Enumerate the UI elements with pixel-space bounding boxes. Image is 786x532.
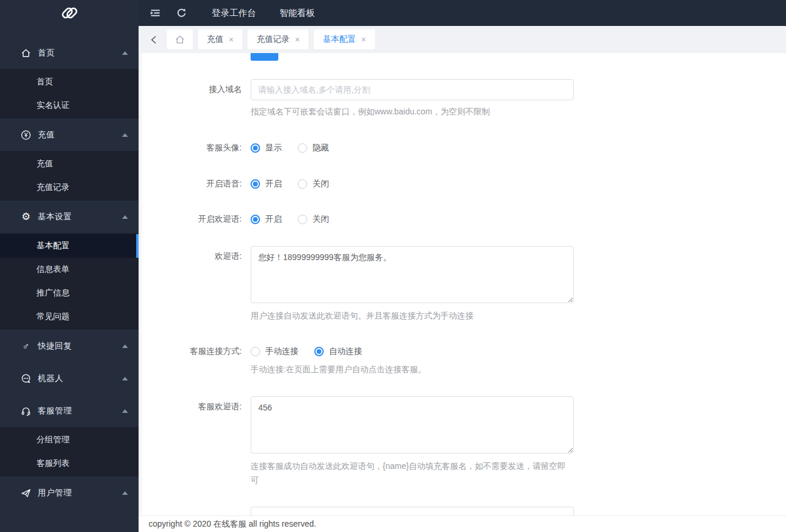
sidebar-item-quick-reply[interactable]: ♂ 快捷回复 bbox=[0, 330, 139, 362]
radio-label: 关闭 bbox=[313, 179, 329, 189]
app-window: 首页 首页 实名认证 ¥ 充值 充值 充值记录 ⚙ bbox=[0, 0, 786, 532]
radio-option-off[interactable]: 关闭 bbox=[298, 214, 329, 225]
chevron-up-icon bbox=[122, 215, 128, 219]
refresh-icon[interactable] bbox=[174, 5, 189, 21]
radio-label: 自动连接 bbox=[329, 346, 362, 357]
radio-label: 显示 bbox=[265, 143, 282, 153]
submenu-recharge: 充值 充值记录 bbox=[0, 151, 139, 201]
chevron-up-icon bbox=[122, 409, 128, 413]
submenu-home: 首页 实名认证 bbox=[0, 69, 139, 119]
agent-welcome-textarea[interactable]: 456 bbox=[251, 396, 574, 454]
radio-option-off[interactable]: 关闭 bbox=[298, 179, 329, 189]
logo-icon bbox=[58, 3, 81, 23]
agent-avatar-radio-group: 显示 隐藏 bbox=[251, 142, 345, 154]
tab-label: 充值 bbox=[207, 34, 223, 45]
radio-label: 开启 bbox=[265, 179, 282, 189]
home-icon bbox=[175, 34, 185, 45]
sidebar-subitem-label: 常见问题 bbox=[37, 311, 70, 322]
chevron-up-icon bbox=[122, 377, 128, 380]
sidebar-subitem-recharge[interactable]: 充值 bbox=[0, 152, 139, 176]
sidebar-item-label: 客服管理 bbox=[38, 406, 122, 416]
radio-icon[interactable] bbox=[298, 143, 307, 153]
close-icon[interactable]: × bbox=[361, 35, 366, 44]
tab-recharge[interactable]: 充值 × bbox=[198, 29, 242, 50]
tab-home[interactable] bbox=[167, 29, 193, 50]
chevron-up-icon bbox=[122, 51, 128, 55]
sidebar-subitem-group-management[interactable]: 分组管理 bbox=[0, 428, 139, 452]
sidebar-item-label: 机器人 bbox=[38, 373, 122, 384]
tab-bar: 充值 × 充值记录 × 基本配置 × bbox=[139, 26, 786, 53]
sidebar-item-recharge[interactable]: ¥ 充值 bbox=[0, 119, 139, 151]
robot-icon bbox=[20, 373, 32, 384]
radio-label: 关闭 bbox=[313, 214, 329, 225]
collapse-sidebar-icon[interactable] bbox=[147, 5, 162, 21]
scrolled-blue-button[interactable] bbox=[251, 53, 278, 61]
field-label-welcome-message: 欢迎语: bbox=[139, 246, 242, 267]
radio-option-show[interactable]: 显示 bbox=[251, 143, 282, 153]
sidebar-item-label: 首页 bbox=[38, 48, 122, 58]
sidebar-subitem-label: 实名认证 bbox=[37, 100, 70, 111]
back-arrow-icon[interactable] bbox=[147, 33, 160, 46]
footer: copyright © 2020 在线客服 all rights reserve… bbox=[139, 515, 786, 532]
submenu-agent-management: 分组管理 客服列表 bbox=[0, 427, 139, 477]
chevron-up-icon bbox=[122, 344, 128, 348]
connect-mode-radio-group: 手动连接 自动连接 bbox=[251, 346, 378, 357]
sidebar-subitem-label: 客服列表 bbox=[37, 458, 70, 469]
radio-option-auto-connect[interactable]: 自动连接 bbox=[314, 346, 362, 357]
radio-icon[interactable] bbox=[251, 347, 260, 356]
paper-plane-icon bbox=[20, 488, 32, 498]
headset-icon bbox=[20, 406, 32, 416]
close-icon[interactable]: × bbox=[295, 35, 300, 44]
tab-recharge-records[interactable]: 充值记录 × bbox=[248, 29, 308, 50]
sidebar-menu: 首页 首页 实名认证 ¥ 充值 充值 充值记录 ⚙ bbox=[0, 26, 139, 509]
tab-label: 充值记录 bbox=[256, 34, 290, 45]
radio-option-hide[interactable]: 隐藏 bbox=[298, 143, 329, 153]
field-label-agent-avatar: 客服头像: bbox=[139, 142, 242, 154]
enable-voice-radio-group: 开启 关闭 bbox=[251, 178, 345, 190]
radio-label: 手动连接 bbox=[265, 346, 298, 357]
radio-icon[interactable] bbox=[251, 143, 260, 153]
sidebar-subitem-label: 基本配置 bbox=[37, 241, 70, 251]
sidebar-subitem-home[interactable]: 首页 bbox=[0, 70, 139, 94]
radio-icon[interactable] bbox=[298, 215, 307, 224]
sidebar-subitem-label: 分组管理 bbox=[37, 435, 70, 445]
sidebar-subitem-basic-config[interactable]: 基本配置 bbox=[0, 234, 139, 258]
radio-option-manual-connect[interactable]: 手动连接 bbox=[251, 346, 298, 357]
close-icon[interactable]: × bbox=[229, 35, 234, 44]
field-hint: 手动连接:在页面上需要用户自动点击连接客服。 bbox=[251, 362, 426, 376]
sidebar-item-basic-settings[interactable]: ⚙ 基本设置 bbox=[0, 201, 139, 233]
radio-label: 隐藏 bbox=[313, 143, 329, 153]
sidebar-item-user-management[interactable]: 用户管理 bbox=[0, 477, 139, 509]
radio-icon[interactable] bbox=[314, 347, 324, 356]
sidebar-subitem-faq[interactable]: 常见问题 bbox=[0, 305, 139, 329]
topbar-item-dashboard[interactable]: 智能看板 bbox=[279, 8, 315, 19]
sidebar-item-agent-management[interactable]: 客服管理 bbox=[0, 395, 139, 427]
welcome-message-textarea[interactable]: 您好！18999999999客服为您服务。 bbox=[251, 246, 574, 303]
radio-icon[interactable] bbox=[298, 179, 307, 189]
access-domain-input[interactable] bbox=[251, 79, 574, 100]
sidebar-subitem-realname-auth[interactable]: 实名认证 bbox=[0, 94, 139, 117]
sidebar-item-home[interactable]: 首页 bbox=[0, 37, 139, 69]
tab-basic-config[interactable]: 基本配置 × bbox=[314, 29, 374, 50]
sidebar-subitem-label: 充值 bbox=[37, 159, 53, 169]
radio-option-on[interactable]: 开启 bbox=[251, 179, 282, 189]
topbar-item-workbench[interactable]: 登录工作台 bbox=[212, 8, 256, 19]
sidebar-subitem-label: 信息表单 bbox=[37, 264, 70, 275]
field-label-enable-voice: 开启语音: bbox=[139, 178, 242, 190]
sidebar-item-robot[interactable]: 机器人 bbox=[0, 362, 139, 395]
sidebar-subitem-recharge-records[interactable]: 充值记录 bbox=[0, 176, 139, 199]
chevron-up-icon bbox=[122, 133, 128, 137]
sidebar-subitem-promotion-info[interactable]: 推广信息 bbox=[0, 281, 139, 305]
radio-option-on[interactable]: 开启 bbox=[251, 214, 282, 225]
copyright-text: copyright © 2020 在线客服 all rights reserve… bbox=[149, 519, 316, 530]
sidebar-subitem-label: 充值记录 bbox=[37, 182, 70, 193]
sidebar-subitem-agent-list[interactable]: 客服列表 bbox=[0, 452, 139, 475]
enable-welcome-radio-group: 开启 关闭 bbox=[251, 214, 345, 225]
svg-text:¥: ¥ bbox=[24, 132, 28, 138]
sidebar-item-label: 快捷回复 bbox=[38, 341, 122, 352]
radio-icon[interactable] bbox=[251, 179, 260, 189]
scrolled-bottom-input[interactable] bbox=[251, 507, 574, 515]
sidebar-subitem-info-form[interactable]: 信息表单 bbox=[0, 258, 139, 281]
radio-icon[interactable] bbox=[251, 215, 260, 224]
chevron-up-icon bbox=[122, 491, 128, 495]
